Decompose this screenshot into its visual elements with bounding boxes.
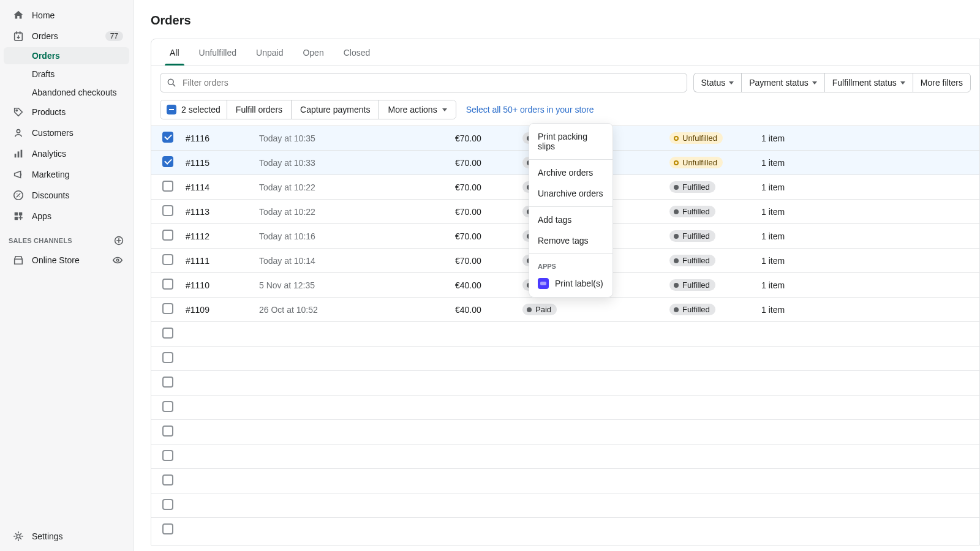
row-checkbox[interactable] [162,474,173,485]
megaphone-icon [12,168,24,181]
search-input[interactable] [181,77,680,88]
table-row [151,469,979,493]
sidebar-item-online-store[interactable]: Online Store [4,250,129,270]
filter-more[interactable]: More filters [913,73,971,92]
dot-icon [674,234,679,239]
order-id: #1114 [186,182,209,192]
row-checkbox[interactable] [162,181,173,192]
orders-badge: 77 [105,31,123,41]
row-checkbox[interactable] [162,254,173,265]
order-date: 5 Nov at 12:35 [259,280,315,290]
tag-icon [12,106,24,118]
select-all-link[interactable]: Select all 50+ orders in your store [466,105,594,114]
sidebar-subitem-drafts[interactable]: Drafts [4,66,129,83]
sidebar-item-customers[interactable]: Customers [4,123,129,143]
bulk-fulfill-button[interactable]: Fulfill orders [227,100,292,119]
dot-icon [527,307,532,312]
row-checkbox[interactable] [162,230,173,241]
tab-closed[interactable]: Closed [334,39,380,65]
row-checkbox[interactable] [162,450,173,461]
sidebar-item-apps[interactable]: Apps [4,206,129,226]
bulk-selected-count: 2 selected [181,105,221,114]
sidebar-item-label: Settings [32,531,123,541]
table-row[interactable]: #1109 26 Oct at 10:52 €40.00 Paid Fulfil… [151,298,979,322]
chevron-down-icon [729,81,734,84]
fulfillment-status-badge: Fulfilled [669,279,715,291]
main-content: Orders All Unfulfilled Unpaid Open Close… [134,0,980,551]
order-total: €70.00 [455,207,481,217]
order-total: €70.00 [455,158,481,168]
table-row [151,444,979,469]
dd-add-tags[interactable]: Add tags [529,209,612,230]
tab-open[interactable]: Open [293,39,333,65]
section-header-label: SALES CHANNELS [9,237,72,244]
bulk-action-bar: 2 selected Fulfill orders Capture paymen… [151,100,979,126]
payment-status-badge: Paid [522,304,557,315]
dd-remove-tags[interactable]: Remove tags [529,230,612,251]
sidebar-item-home[interactable]: Home [4,6,129,25]
sidebar-section-sales-channels: SALES CHANNELS [0,227,133,250]
tab-unpaid[interactable]: Unpaid [246,39,293,65]
tab-unfulfilled[interactable]: Unfulfilled [189,39,246,65]
svg-point-12 [17,534,20,538]
dd-app-print-labels[interactable]: Print label(s) [529,272,612,294]
row-checkbox[interactable] [162,328,173,339]
row-checkbox[interactable] [162,205,173,216]
sidebar-item-settings[interactable]: Settings [4,527,129,546]
sidebar-item-orders[interactable]: Orders 77 [4,26,129,46]
row-checkbox[interactable] [162,156,173,167]
add-channel-button[interactable] [113,235,124,246]
dd-archive-orders[interactable]: Archive orders [529,162,612,183]
row-checkbox[interactable] [162,303,173,314]
home-icon [12,9,24,21]
table-row [151,420,979,444]
store-icon [12,254,24,266]
tabs: All Unfulfilled Unpaid Open Closed [151,39,979,66]
indeterminate-checkbox-icon [167,105,176,114]
chevron-down-icon [812,81,817,84]
dd-unarchive-orders[interactable]: Unarchive orders [529,183,612,204]
row-checkbox[interactable] [162,132,173,143]
filter-label: More filters [921,78,963,88]
table-row [151,493,979,518]
view-store-icon[interactable] [112,255,123,266]
svg-rect-9 [15,217,18,220]
row-checkbox[interactable] [162,523,173,534]
row-checkbox[interactable] [162,425,173,437]
bulk-more-actions-button[interactable]: More actions [379,100,455,119]
chevron-down-icon [900,81,905,84]
tab-label: Closed [344,48,371,58]
sidebar-item-marketing[interactable]: Marketing [4,165,129,184]
dd-apps-header: APPS [529,257,612,272]
row-checkbox[interactable] [162,499,173,510]
analytics-icon [12,148,24,160]
order-items-count: 1 item [761,182,785,192]
svg-point-11 [116,259,119,261]
tab-all[interactable]: All [160,39,189,65]
row-checkbox[interactable] [162,377,173,388]
bulk-capture-button[interactable]: Capture payments [292,100,379,119]
sidebar-item-discounts[interactable]: Discounts [4,186,129,205]
user-icon [12,127,24,139]
bulk-select-toggle[interactable]: 2 selected [160,100,227,119]
search-input-wrap[interactable] [160,73,687,92]
sidebar-item-label: Abandoned checkouts [32,88,117,97]
filter-payment-status[interactable]: Payment status [741,73,824,92]
order-id: #1110 [186,280,209,290]
dd-item-label: Add tags [538,215,571,225]
filter-status[interactable]: Status [693,73,742,92]
row-checkbox[interactable] [162,401,173,412]
order-id: #1113 [186,207,209,217]
row-checkbox[interactable] [162,352,173,363]
sidebar-subitem-abandoned[interactable]: Abandoned checkouts [4,84,129,101]
row-checkbox[interactable] [162,279,173,290]
fulfillment-status-badge: Unfulfilled [669,132,723,144]
dd-item-label: Print packing slips [538,132,587,151]
table-row [151,371,979,395]
dd-print-packing-slips[interactable]: Print packing slips [529,126,612,157]
filter-fulfillment-status[interactable]: Fulfillment status [824,73,913,92]
sidebar-item-products[interactable]: Products [4,102,129,122]
sidebar-subitem-orders[interactable]: Orders [4,47,129,64]
sidebar-item-analytics[interactable]: Analytics [4,144,129,163]
order-items-count: 1 item [761,133,785,143]
